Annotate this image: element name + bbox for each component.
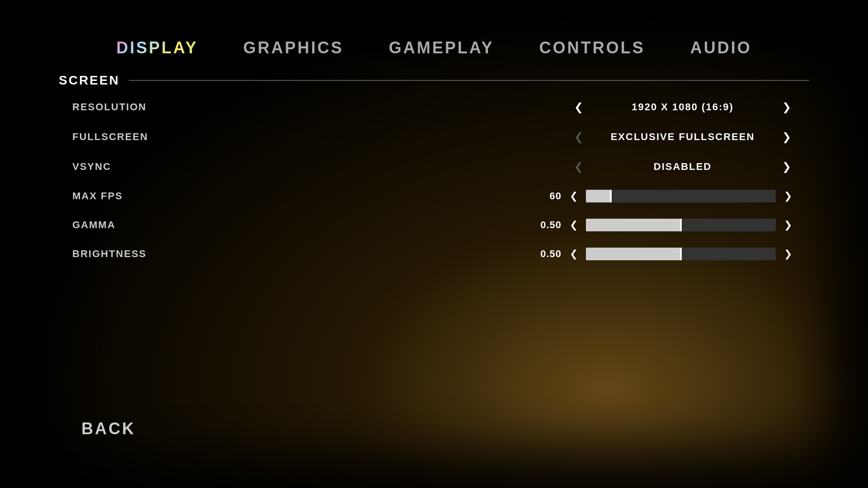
gamma-arrow-left[interactable]: ❮	[566, 217, 581, 233]
max-fps-arrow-left[interactable]: ❮	[566, 188, 581, 204]
setting-row-gamma: GAMMA 0.50 ❮ ❯	[59, 211, 809, 239]
gamma-control: 0.50 ❮ ❯	[208, 217, 796, 233]
nav-tabs: DISPLAY GRAPHICS GAMEPLAY CONTROLS AUDIO	[23, 23, 845, 69]
max-fps-value: 60	[530, 190, 561, 202]
fullscreen-control: ❮ EXCLUSIVE FULLSCREEN ❯	[208, 128, 796, 145]
back-button[interactable]: BACK	[81, 419, 136, 438]
brightness-slider-handle	[680, 248, 682, 260]
brightness-arrow-right[interactable]: ❯	[780, 246, 796, 262]
fullscreen-arrow-right[interactable]: ❯	[778, 128, 796, 145]
vsync-arrow-left[interactable]: ❮	[570, 158, 588, 175]
tab-display[interactable]: DISPLAY	[112, 36, 203, 60]
tab-graphics[interactable]: GRAPHICS	[239, 36, 348, 60]
fullscreen-label: FULLSCREEN	[72, 131, 208, 143]
brightness-control: 0.50 ❮ ❯	[208, 246, 796, 262]
brightness-label: BRIGHTNESS	[72, 248, 208, 260]
setting-row-max-fps: MAX FPS 60 ❮ ❯	[59, 182, 809, 211]
resolution-value: 1920 X 1080 (16:9)	[592, 101, 773, 113]
tab-audio[interactable]: AUDIO	[686, 36, 756, 60]
fullscreen-value: EXCLUSIVE FULLSCREEN	[592, 131, 773, 143]
setting-row-fullscreen: FULLSCREEN ❮ EXCLUSIVE FULLSCREEN ❯	[59, 122, 809, 152]
max-fps-label: MAX FPS	[72, 190, 208, 202]
section-title: SCREEN	[59, 73, 120, 88]
max-fps-arrow-right[interactable]: ❯	[780, 188, 796, 204]
vsync-arrow-right[interactable]: ❯	[778, 158, 796, 175]
vsync-label: VSYNC	[72, 161, 208, 173]
setting-row-resolution: RESOLUTION ❮ 1920 X 1080 (16:9) ❯	[59, 92, 809, 122]
resolution-arrow-right[interactable]: ❯	[778, 99, 796, 116]
max-fps-control: 60 ❮ ❯	[208, 188, 796, 204]
gamma-slider-handle	[680, 219, 682, 231]
settings-area: SCREEN RESOLUTION ❮ 1920 X 1080 (16:9) ❯…	[23, 73, 845, 465]
vsync-control: ❮ DISABLED ❯	[208, 158, 796, 175]
tab-gameplay[interactable]: GAMEPLAY	[384, 36, 499, 60]
gamma-value: 0.50	[530, 219, 561, 231]
main-content: DISPLAY GRAPHICS GAMEPLAY CONTROLS AUDIO…	[23, 23, 845, 465]
brightness-slider-track[interactable]	[586, 248, 776, 260]
vsync-value: DISABLED	[592, 161, 773, 173]
fullscreen-arrow-left[interactable]: ❮	[570, 128, 588, 145]
max-fps-slider-fill	[586, 190, 611, 202]
resolution-control: ❮ 1920 X 1080 (16:9) ❯	[208, 99, 796, 116]
gamma-slider-track[interactable]	[586, 219, 776, 231]
brightness-slider-fill	[586, 248, 681, 260]
gamma-slider-fill	[586, 219, 681, 231]
resolution-arrow-left[interactable]: ❮	[570, 99, 588, 116]
setting-row-vsync: VSYNC ❮ DISABLED ❯	[59, 152, 809, 182]
section-divider	[129, 80, 809, 81]
resolution-label: RESOLUTION	[72, 101, 208, 113]
brightness-arrow-left[interactable]: ❮	[566, 246, 581, 262]
max-fps-slider-track[interactable]	[586, 190, 776, 202]
gamma-arrow-right[interactable]: ❯	[780, 217, 796, 233]
setting-row-brightness: BRIGHTNESS 0.50 ❮ ❯	[59, 239, 809, 268]
gamma-label: GAMMA	[72, 219, 208, 231]
max-fps-slider-handle	[610, 190, 612, 202]
section-header: SCREEN	[59, 73, 809, 88]
brightness-value: 0.50	[530, 248, 561, 260]
tab-controls[interactable]: CONTROLS	[535, 36, 650, 60]
